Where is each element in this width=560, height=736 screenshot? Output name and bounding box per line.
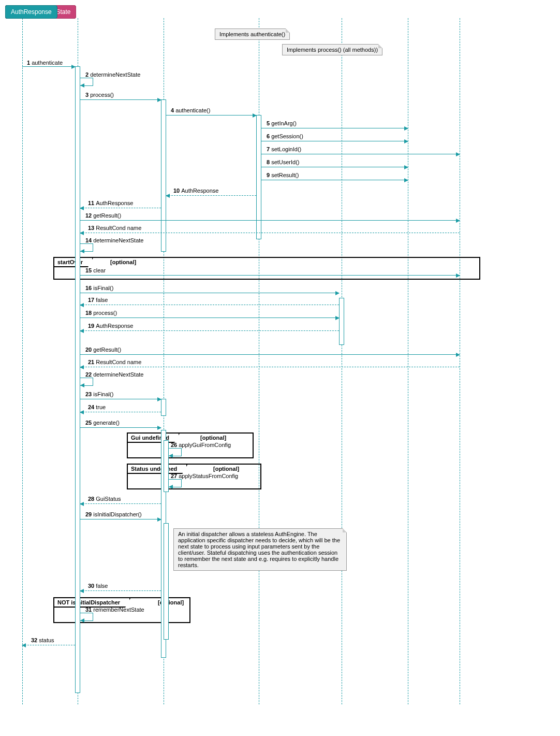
lifeline: [460, 18, 460, 704]
msg-14: 14determineNextState: [85, 237, 143, 243]
msg-13: 13ResultCond name: [88, 225, 141, 231]
msg-11: 11AuthResponse: [88, 200, 133, 206]
msg-1: 1authenticate: [27, 60, 63, 66]
arrow: [80, 318, 339, 318]
msg-31: 31rememberNextState: [85, 607, 144, 613]
lifeline: [408, 18, 408, 704]
msg-23: 23isFinal(): [85, 391, 113, 397]
msg-9: 9setResult(): [267, 172, 299, 178]
activation: [161, 399, 166, 416]
activation: [164, 440, 169, 492]
arrow: [22, 645, 75, 645]
arrow-self: [80, 78, 93, 86]
msg-29: 29isInitialDispatcher(): [85, 511, 142, 517]
arrow: [80, 503, 161, 504]
msg-16: 16isFinal(): [85, 285, 113, 291]
arrow: [80, 367, 460, 367]
activation: [164, 523, 169, 640]
msg-26: 26applyGuiFromConfig: [171, 442, 231, 448]
note-implements-authenticate: Implements authenticate(): [215, 28, 290, 40]
arrow: [166, 115, 256, 116]
arrow: [80, 208, 161, 208]
note-dispatcher: An initial dispatcher allows a stateless…: [173, 528, 347, 571]
msg-32: 32status: [31, 637, 54, 643]
fragment-startover: startOver [optional]: [53, 257, 480, 280]
msg-12: 12getResult(): [85, 212, 121, 219]
arrow: [80, 427, 161, 428]
msg-5: 5getInArg(): [267, 120, 297, 126]
activation: [161, 99, 166, 252]
msg-19: 19AuthResponse: [88, 323, 133, 329]
arrow: [80, 354, 460, 355]
arrow: [80, 590, 161, 591]
arrow-self: [169, 479, 182, 487]
msg-4: 4authenticate(): [171, 107, 210, 113]
participant-authresponse-b: AuthResponse: [5, 5, 57, 19]
arrow: [261, 154, 460, 154]
arrow: [80, 305, 339, 305]
arrow-self: [80, 613, 93, 621]
msg-18: 18process(): [85, 310, 117, 316]
arrow: [166, 195, 256, 196]
msg-25: 25generate(): [85, 420, 120, 426]
msg-8: 8setUserId(): [267, 159, 300, 165]
msg-24: 24true: [88, 404, 106, 410]
arrow: [80, 220, 460, 221]
arrow: [261, 167, 408, 167]
lifeline: [342, 18, 342, 704]
msg-10: 10AuthResponse: [173, 187, 218, 194]
arrow: [80, 519, 161, 519]
msg-21: 21ResultCond name: [88, 359, 141, 365]
arrow: [261, 180, 408, 180]
arrow: [80, 412, 161, 412]
msg-20: 20getResult(): [85, 347, 121, 353]
msg-27: 27applyStatusFromConfig: [171, 473, 238, 479]
note-implements-process: Implements process() (all methods)): [282, 44, 382, 55]
arrow: [80, 275, 460, 276]
msg-28: 28GuiStatus: [88, 496, 121, 502]
arrow: [80, 293, 339, 293]
msg-15: 15clear: [85, 267, 106, 273]
msg-7: 7setLoginId(): [267, 146, 301, 152]
arrow: [261, 128, 408, 128]
arrow: [22, 66, 75, 67]
activation: [75, 66, 80, 693]
activation: [256, 115, 261, 239]
arrow-self: [80, 378, 93, 386]
msg-17: 17false: [88, 297, 108, 303]
msg-22: 22determineNextState: [85, 371, 143, 378]
arrow: [80, 99, 161, 100]
arrow: [80, 233, 460, 233]
activation: [339, 298, 344, 345]
arrow-self: [80, 243, 93, 252]
arrow: [80, 399, 161, 399]
arrow-self: [169, 448, 182, 456]
sequence-diagram: nevisProxy AuthEngine abstract:AuthState…: [5, 5, 555, 730]
msg-3: 3process(): [85, 92, 114, 98]
msg-6: 6getSession(): [267, 133, 303, 139]
arrow: [261, 141, 408, 141]
lifeline: [22, 18, 23, 704]
msg-2: 2determineNextState: [85, 71, 140, 78]
msg-30: 30false: [88, 583, 108, 589]
arrow: [80, 330, 339, 331]
